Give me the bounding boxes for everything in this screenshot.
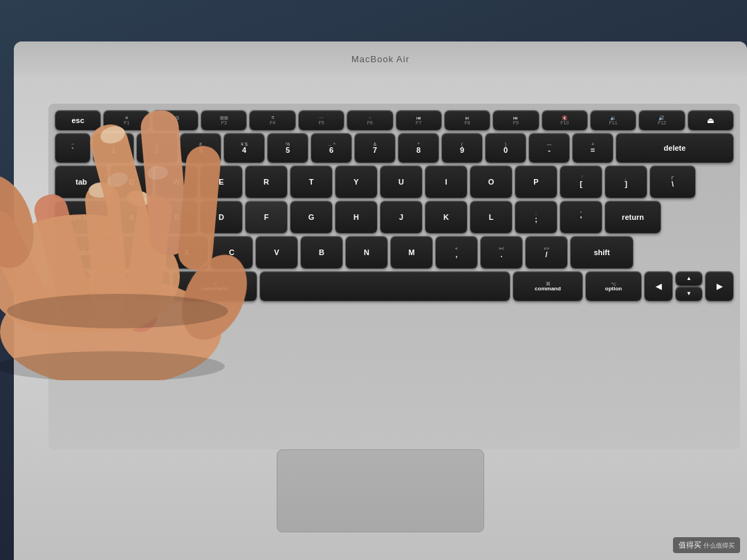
key-8[interactable]: *8 (398, 133, 439, 162)
scene: MacBook Air esc ☀F1 ⊟⊟F2 ⊞⊞F3 ⠿F4 ···F5 … (0, 0, 747, 560)
num-key-row: ~` !1 @2 #3 ¥ $4 %5 … ^6 &7 *8 (9 )0 —- … (55, 133, 733, 162)
key-f11[interactable]: 🔉F11 (591, 111, 636, 130)
trackpad[interactable] (277, 449, 484, 532)
watermark-text: 值得买 (679, 541, 701, 549)
key-lbracket[interactable]: 「[ (560, 166, 602, 198)
key-g[interactable]: G (290, 201, 332, 233)
key-r[interactable]: R (246, 166, 287, 198)
key-b[interactable]: B (301, 236, 342, 268)
key-2[interactable]: @2 (137, 133, 177, 162)
key-f8[interactable]: ⏯F8 (445, 111, 490, 130)
key-7[interactable]: &7 (355, 133, 395, 162)
key-f4[interactable]: ⠿F4 (250, 111, 295, 130)
key-shift-left[interactable]: shift (55, 236, 118, 268)
key-f6[interactable]: ··F6 (347, 111, 392, 130)
key-f1[interactable]: ☀F1 (104, 111, 149, 130)
fn-key-row: esc ☀F1 ⊟⊟F2 ⊞⊞F3 ⠿F4 ···F5 ··F6 ⏮F7 ⏯F8… (55, 111, 733, 130)
key-n[interactable]: N (346, 236, 387, 268)
key-f[interactable]: F (246, 201, 287, 233)
key-y[interactable]: Y (335, 166, 377, 198)
key-backtick[interactable]: ~` (55, 133, 90, 162)
key-i[interactable]: I (425, 166, 467, 198)
key-x[interactable]: X (166, 236, 208, 268)
key-h[interactable]: H (335, 201, 377, 233)
key-rbracket[interactable]: 」] (605, 166, 647, 198)
key-esc[interactable]: esc (55, 111, 100, 130)
key-1[interactable]: !1 (93, 133, 133, 162)
key-m[interactable]: M (391, 236, 432, 268)
bottom-row: ^control fn ⌥option ⌘command ⌘command ⌥o… (55, 272, 733, 301)
key-command-right[interactable]: ⌘command (513, 272, 582, 301)
keyboard-area: esc ☀F1 ⊟⊟F2 ⊞⊞F3 ⠿F4 ···F5 ··F6 ⏮F7 ⏯F8… (48, 104, 740, 449)
key-j[interactable]: J (380, 201, 422, 233)
key-4[interactable]: ¥ $4 (224, 133, 264, 162)
key-v[interactable]: V (256, 236, 297, 268)
key-minus[interactable]: —- (529, 133, 569, 162)
key-power[interactable]: ⏏ (688, 111, 733, 130)
key-3[interactable]: #3 (181, 133, 221, 162)
keyboard-wrapper: esc ☀F1 ⊟⊟F2 ⊞⊞F3 ⠿F4 ···F5 ··F6 ⏮F7 ⏯F8… (55, 111, 733, 304)
key-9[interactable]: (9 (442, 133, 482, 162)
key-k[interactable]: K (425, 201, 467, 233)
key-slash[interactable]: »>/ (526, 236, 567, 268)
key-arrow-right[interactable]: ▶ (706, 272, 733, 301)
key-5[interactable]: %5 (268, 133, 308, 162)
watermark-site: 什么值得买 (703, 542, 735, 549)
key-f2[interactable]: ⊟⊟F2 (153, 111, 198, 130)
key-period[interactable]: »<. (481, 236, 522, 268)
key-comma[interactable]: «, (436, 236, 477, 268)
key-p[interactable]: P (515, 166, 557, 198)
key-arrow-down[interactable]: ▼ (676, 287, 702, 301)
key-semicolon[interactable]: :; (515, 201, 557, 233)
key-backslash[interactable]: Γ\ (650, 166, 695, 198)
key-f10[interactable]: 🔇F10 (542, 111, 587, 130)
asdf-row: caps lock A S D F G H J K L :; "' return (55, 201, 733, 233)
key-w[interactable]: W (156, 166, 197, 198)
key-arrow-up[interactable]: ▲ (676, 272, 702, 286)
key-0[interactable]: )0 (486, 133, 526, 162)
key-l[interactable]: L (470, 201, 512, 233)
key-equals[interactable]: += (573, 133, 613, 162)
key-f7[interactable]: ⏮F7 (396, 111, 441, 130)
key-c[interactable]: C (211, 236, 252, 268)
key-option-right[interactable]: ⌥option (586, 272, 641, 301)
key-quote[interactable]: "' (560, 201, 602, 233)
key-6[interactable]: … ^6 (311, 133, 351, 162)
macbook-body: MacBook Air esc ☀F1 ⊟⊟F2 ⊞⊞F3 ⠿F4 ···F5 … (14, 41, 747, 560)
key-delete[interactable]: delete (616, 133, 733, 162)
key-f5[interactable]: ···F5 (299, 111, 344, 130)
key-f3[interactable]: ⊞⊞F3 (201, 111, 246, 130)
key-f12[interactable]: 🔊F12 (639, 111, 684, 130)
key-f9[interactable]: ⏭F9 (493, 111, 538, 130)
key-caps-lock[interactable]: caps lock (55, 201, 107, 233)
key-fn[interactable]: ^control (55, 272, 90, 301)
zxcv-row: shift Z X C V B N M «, »<. »>/ shift (55, 236, 733, 268)
key-t[interactable]: T (290, 166, 332, 198)
key-o[interactable]: O (470, 166, 512, 198)
key-command-left[interactable]: ⌘command (173, 272, 257, 301)
watermark: 值得买 什么值得买 (673, 537, 740, 553)
key-return[interactable]: return (605, 201, 661, 233)
macbook-top-bar: MacBook Air (14, 41, 747, 76)
key-z[interactable]: Z (121, 236, 163, 268)
key-spacebar[interactable] (260, 272, 510, 301)
key-arrow-left[interactable]: ◀ (645, 272, 672, 301)
macbook-brand-label: MacBook Air (351, 54, 409, 64)
key-a[interactable]: A (111, 201, 152, 233)
qwerty-row: tab Q W E R T Y U I O P 「[ 」] Γ\ (55, 166, 733, 198)
key-control[interactable]: fn (93, 272, 128, 301)
key-tab[interactable]: tab (55, 166, 107, 198)
key-s[interactable]: S (156, 201, 197, 233)
key-e[interactable]: E (201, 166, 242, 198)
key-option-left[interactable]: ⌥option (131, 272, 169, 301)
key-q[interactable]: Q (111, 166, 152, 198)
key-shift-right[interactable]: shift (571, 236, 633, 268)
key-u[interactable]: U (380, 166, 422, 198)
key-d[interactable]: D (201, 201, 242, 233)
